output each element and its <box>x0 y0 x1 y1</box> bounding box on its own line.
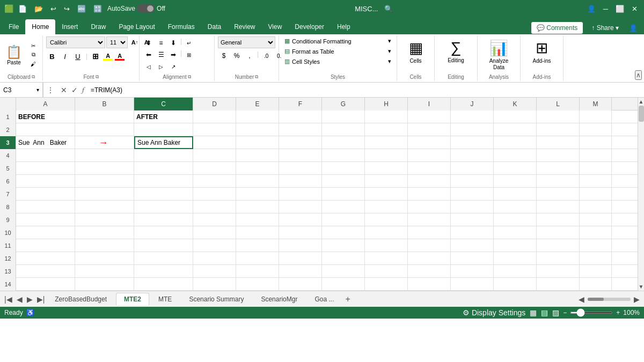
cell-h8[interactable] <box>365 201 408 213</box>
cell-j4[interactable] <box>451 149 494 162</box>
tab-help[interactable]: Help <box>331 19 357 34</box>
col-header-k[interactable]: K <box>494 98 537 110</box>
cell-a12[interactable] <box>16 252 75 265</box>
share-button[interactable]: ↑ Share ▾ <box>586 21 625 34</box>
tab-page-layout[interactable]: Page Layout <box>112 19 161 34</box>
col-header-b[interactable]: B <box>75 98 134 110</box>
cell-i11[interactable] <box>408 239 451 252</box>
cell-m3[interactable] <box>580 136 612 149</box>
cell-h9[interactable] <box>365 213 408 226</box>
cell-a6[interactable] <box>16 175 75 188</box>
cell-g2[interactable] <box>322 123 365 136</box>
tab-review[interactable]: Review <box>228 19 261 34</box>
cell-i10[interactable] <box>408 226 451 239</box>
font-name-select[interactable]: Calibri <box>46 36 105 48</box>
col-header-g[interactable]: G <box>322 98 365 110</box>
cell-c12[interactable] <box>134 252 193 265</box>
cell-c6[interactable] <box>134 175 193 188</box>
cell-g9[interactable] <box>322 213 365 226</box>
tab-developer[interactable]: Developer <box>288 19 331 34</box>
insert-function-icon[interactable]: 𝑓 <box>81 84 85 95</box>
cell-j7[interactable] <box>451 188 494 201</box>
search-button[interactable]: 🔍 <box>382 4 395 14</box>
col-header-m[interactable]: M <box>580 98 612 110</box>
cell-e14[interactable] <box>236 278 279 291</box>
cell-b10[interactable] <box>75 226 134 239</box>
cell-k12[interactable] <box>494 252 537 265</box>
cell-k11[interactable] <box>494 239 537 252</box>
cell-g6[interactable] <box>322 175 365 188</box>
cell-e5[interactable] <box>236 162 279 175</box>
cell-f5[interactable] <box>279 162 322 175</box>
close-btn[interactable]: ✕ <box>630 4 640 14</box>
scroll-thumb[interactable] <box>639 106 644 122</box>
cell-m9[interactable] <box>580 213 612 226</box>
cell-e4[interactable] <box>236 149 279 162</box>
cell-c11[interactable] <box>134 239 193 252</box>
sheet-nav-right-end[interactable]: ▶| <box>35 294 47 305</box>
cell-e11[interactable] <box>236 239 279 252</box>
cell-f10[interactable] <box>279 226 322 239</box>
cell-j13[interactable] <box>451 265 494 278</box>
cell-i9[interactable] <box>408 213 451 226</box>
sheet-tab-scenariomgr[interactable]: ScenarioMgr <box>253 293 305 305</box>
cell-h10[interactable] <box>365 226 408 239</box>
cell-g3[interactable] <box>322 136 365 149</box>
restore-btn[interactable]: ⬜ <box>613 4 626 14</box>
cell-b11[interactable] <box>75 239 134 252</box>
cell-d9[interactable] <box>193 213 236 226</box>
cell-l9[interactable] <box>537 213 580 226</box>
cell-g1[interactable] <box>322 110 365 123</box>
cell-d6[interactable] <box>193 175 236 188</box>
cell-a7[interactable] <box>16 188 75 201</box>
cell-g12[interactable] <box>322 252 365 265</box>
cell-i1[interactable] <box>408 110 451 123</box>
cell-g8[interactable] <box>322 201 365 213</box>
horizontal-scroll-right[interactable]: ▶ <box>632 294 642 305</box>
cell-b5[interactable] <box>75 162 134 175</box>
sheet-tab-zerobasedbudget[interactable]: ZeroBasedBudget <box>47 293 115 305</box>
cell-a3[interactable]: Sue Ann Baker <box>16 136 75 149</box>
tab-home[interactable]: Home <box>25 19 55 34</box>
wrap-text-button[interactable]: ↵ <box>183 38 195 48</box>
cell-c13[interactable] <box>134 265 193 278</box>
cell-m14[interactable] <box>580 278 612 291</box>
cell-g4[interactable] <box>322 149 365 162</box>
cell-k4[interactable] <box>494 149 537 162</box>
cell-k10[interactable] <box>494 226 537 239</box>
cell-styles-button[interactable]: ▥ Cell Styles ▾ <box>282 57 393 66</box>
cell-d10[interactable] <box>193 226 236 239</box>
cell-l1[interactable] <box>537 110 580 123</box>
file-icon[interactable]: 📄 <box>16 4 29 14</box>
account-icon[interactable]: 👤 <box>585 4 598 14</box>
comma-button[interactable]: , <box>244 50 255 61</box>
col-header-i[interactable]: I <box>408 98 451 110</box>
cell-d4[interactable] <box>193 149 236 162</box>
cell-k2[interactable] <box>494 123 537 136</box>
cut-button[interactable]: ✂ <box>26 41 41 50</box>
cell-l13[interactable] <box>537 265 580 278</box>
col-header-j[interactable]: J <box>451 98 494 110</box>
tab-view[interactable]: View <box>262 19 289 34</box>
cell-l3[interactable] <box>537 136 580 149</box>
addins-button[interactable]: ⊞ Add-ins <box>529 37 555 72</box>
cell-a1[interactable]: BEFORE <box>16 110 75 123</box>
cells-button[interactable]: ▦ Cells <box>402 37 429 72</box>
display-settings-button[interactable]: ⚙ Display Settings <box>462 308 526 317</box>
cell-e13[interactable] <box>236 265 279 278</box>
cell-e8[interactable] <box>236 201 279 213</box>
cell-h1[interactable] <box>365 110 408 123</box>
col-header-c[interactable]: C <box>134 98 193 110</box>
cell-k7[interactable] <box>494 188 537 201</box>
sort-az-icon[interactable]: 🔤 <box>75 4 88 14</box>
formula-input[interactable] <box>87 83 644 97</box>
cell-k1[interactable] <box>494 110 537 123</box>
alignment-expand-icon[interactable]: ⧉ <box>188 74 191 80</box>
col-header-e[interactable]: E <box>236 98 279 110</box>
cell-k5[interactable] <box>494 162 537 175</box>
cell-d5[interactable] <box>193 162 236 175</box>
cell-m6[interactable] <box>580 175 612 188</box>
cell-i4[interactable] <box>408 149 451 162</box>
cell-e2[interactable] <box>236 123 279 136</box>
cell-i14[interactable] <box>408 278 451 291</box>
